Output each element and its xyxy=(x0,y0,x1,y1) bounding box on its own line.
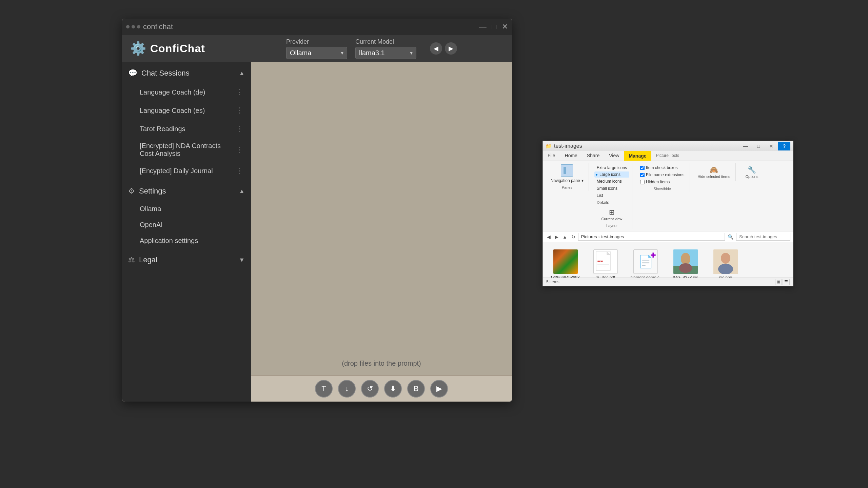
ribbon-tabs: File Home Share View Manage Picture Tool… xyxy=(543,151,793,161)
legal-icon: ⚖ xyxy=(128,256,135,264)
win-dot-red xyxy=(126,25,130,28)
legal-toggle-icon: ▼ xyxy=(239,257,245,264)
maximize-button[interactable]: □ xyxy=(492,23,496,30)
ribbon-tab-picture-tools[interactable]: Picture Tools xyxy=(651,151,684,161)
view-details[interactable]: Details xyxy=(594,199,629,206)
item-menu-journal[interactable]: ⋮ xyxy=(235,166,245,176)
provider-select[interactable]: Ollama OpenAI xyxy=(286,47,347,59)
search-toggle-button[interactable]: 🔍 xyxy=(726,233,735,240)
chat-sessions-header[interactable]: 💬 Chat Sessions ▲ xyxy=(122,63,251,83)
path-pictures: Pictures xyxy=(581,234,597,239)
item-checkboxes-option[interactable]: Item check boxes xyxy=(638,164,687,171)
search-input[interactable] xyxy=(736,233,790,241)
view-large[interactable]: ● Large icons xyxy=(594,171,629,178)
back-button[interactable]: ◀ xyxy=(546,233,552,240)
explorer-maximize-button[interactable]: □ xyxy=(752,142,765,150)
file-item-food[interactable]: 1336669498898.jpg xyxy=(547,246,584,278)
sidebar-item-journal[interactable]: [Encypted] Daily Journal ⋮ xyxy=(122,162,251,180)
toolbar-btn-send[interactable]: ▶ xyxy=(430,380,448,398)
explorer-statusbar: 5 items ⊞ ☰ xyxy=(543,278,793,286)
ribbon-tab-share[interactable]: Share xyxy=(582,151,604,161)
file-item-pic[interactable]: pic.png xyxy=(707,246,744,278)
explorer-help-button[interactable]: ? xyxy=(778,142,790,150)
status-view-list-button[interactable]: ☰ xyxy=(783,279,790,285)
file-label-img4278: IMG_4278.jpg xyxy=(673,275,698,278)
sidebar-item-language-coach-es[interactable]: Language Coach (es) ⋮ xyxy=(122,101,251,120)
file-thumb-img4278 xyxy=(673,249,698,274)
hidden-items-label: Hidden items xyxy=(646,180,670,184)
hidden-items-checkbox[interactable] xyxy=(640,180,645,184)
chat-sessions-section: 💬 Chat Sessions ▲ Language Coach (de) ⋮ … xyxy=(122,63,251,180)
legal-header[interactable]: ⚖ Legal ▼ xyxy=(122,250,251,270)
view-medium[interactable]: Medium icons xyxy=(594,178,629,185)
forward-button[interactable]: ▶ xyxy=(553,233,560,240)
nav-pane-dropdown-icon: ▾ xyxy=(581,178,584,183)
file-name-extensions-checkbox[interactable] xyxy=(640,173,645,177)
file-thumb-pic xyxy=(713,249,738,274)
item-checkboxes-checkbox[interactable] xyxy=(640,166,645,170)
item-menu-tarot[interactable]: ⋮ xyxy=(235,124,245,134)
chat-messages: (drop files into the prompt) xyxy=(251,62,512,375)
details-label: Details xyxy=(597,200,609,205)
minimize-button[interactable]: — xyxy=(479,23,487,30)
current-view-button[interactable]: ⊞ Current view xyxy=(599,207,625,222)
hidden-items-option[interactable]: Hidden items xyxy=(638,179,687,185)
toolbar-btn-refresh[interactable]: ↺ xyxy=(361,380,379,398)
settings-title: Settings xyxy=(139,187,239,196)
panes-group-label: Panes xyxy=(562,185,572,189)
explorer-close-button[interactable]: ✕ xyxy=(765,142,777,150)
settings-section: ⚙ Settings ▲ Ollama OpenAI Application s… xyxy=(122,181,251,249)
ribbon-tab-file[interactable]: File xyxy=(543,151,560,161)
next-button[interactable]: ▶ xyxy=(445,42,457,55)
chat-sessions-toggle-icon: ▲ xyxy=(239,70,245,77)
chat-sessions-icon: 💬 xyxy=(128,69,137,78)
sidebar-item-nda[interactable]: [Encrypted] NDA Contracts Cost Analysis … xyxy=(122,138,251,162)
item-menu-es[interactable]: ⋮ xyxy=(235,105,245,116)
sidebar-item-ollama[interactable]: Ollama xyxy=(122,201,251,217)
large-icons-label: Large icons xyxy=(599,172,620,177)
hide-selected-icon: 🙈 xyxy=(710,166,718,174)
sidebar-item-language-coach-de[interactable]: Language Coach (de) ⋮ xyxy=(122,83,251,101)
toolbar-btn-text[interactable]: T xyxy=(315,380,333,398)
sidebar-item-label-openai: OpenAI xyxy=(140,221,245,229)
refresh-address-button[interactable]: ↻ xyxy=(570,233,577,240)
sidebar: 💬 Chat Sessions ▲ Language Coach (de) ⋮ … xyxy=(122,62,251,402)
prev-button[interactable]: ◀ xyxy=(430,42,442,55)
sidebar-item-openai[interactable]: OpenAI xyxy=(122,217,251,233)
view-small[interactable]: Small icons xyxy=(594,185,629,192)
explorer-minimize-button[interactable]: — xyxy=(739,142,752,150)
file-name-extensions-option[interactable]: File name extensions xyxy=(638,171,687,178)
toolbar-btn-bold[interactable]: B xyxy=(407,380,425,398)
model-select[interactable]: llama3.1 llama2 mistral xyxy=(355,47,416,59)
options-button[interactable]: 🔧 Options xyxy=(743,164,761,180)
file-item-pdf[interactable]: PDF au-doc.pdf xyxy=(587,246,624,278)
sidebar-item-app-settings[interactable]: Application settings xyxy=(122,233,251,249)
hide-selected-button[interactable]: 🙈 Hide selected items xyxy=(695,164,733,180)
item-menu-nda[interactable]: ⋮ xyxy=(235,145,245,155)
ribbon-tab-home[interactable]: Home xyxy=(560,151,582,161)
svg-rect-0 xyxy=(564,167,566,174)
toolbar-btn-export[interactable]: ⬇ xyxy=(384,380,402,398)
status-view-buttons: ⊞ ☰ xyxy=(775,279,790,285)
address-path[interactable]: Pictures › test-images xyxy=(578,233,725,241)
legal-section: ⚖ Legal ▼ xyxy=(122,250,251,270)
status-view-grid-button[interactable]: ⊞ xyxy=(775,279,782,285)
ribbon-group-layout: Extra large icons ● Large icons Medium i… xyxy=(592,163,632,229)
provider-select-wrapper: Ollama OpenAI ▼ xyxy=(286,47,347,59)
ribbon-tab-manage[interactable]: Manage xyxy=(624,151,651,161)
item-menu-de[interactable]: ⋮ xyxy=(235,87,245,97)
ribbon-tab-view[interactable]: View xyxy=(604,151,624,161)
view-list[interactable]: List xyxy=(594,192,629,199)
settings-header[interactable]: ⚙ Settings ▲ xyxy=(122,181,251,201)
file-item-img4278[interactable]: IMG_4278.jpg xyxy=(667,246,704,278)
file-label-filament: filament-demo.c.pp xyxy=(630,275,661,278)
sidebar-item-tarot[interactable]: Tarot Readings ⋮ xyxy=(122,120,251,138)
nav-pane-button[interactable]: Navigation pane ▾ xyxy=(548,177,586,184)
view-extra-large[interactable]: Extra large icons xyxy=(594,164,629,171)
window-action-buttons: — □ ✕ xyxy=(479,23,508,30)
toolbar-btn-download[interactable]: ↓ xyxy=(338,380,356,398)
up-button[interactable]: ▲ xyxy=(561,233,569,240)
close-button[interactable]: ✕ xyxy=(502,23,508,30)
file-item-filament[interactable]: 📄 ✚ filament-demo.c.pp xyxy=(627,246,664,278)
window-title: confichat xyxy=(143,22,173,31)
